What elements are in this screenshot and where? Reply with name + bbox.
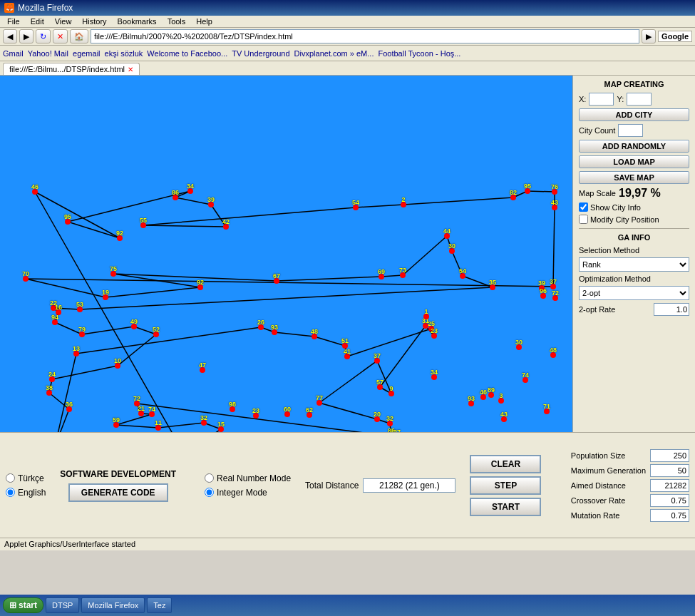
stop-button[interactable]: ✕ [53,29,68,43]
selection-method-select[interactable]: Rank Tournament Roulette [579,257,689,272]
aimed-distance-input[interactable] [650,479,689,492]
menu-file[interactable]: File [3,17,24,26]
menu-edit[interactable]: Edit [26,17,48,26]
city-label: 46 [31,183,38,190]
two-opt-rate-input[interactable] [654,303,689,316]
turkish-label: Türkçe [18,473,44,483]
distance-section: Total Distance [305,478,455,493]
city-label: 93 [271,324,278,331]
y-label: Y: [617,95,624,103]
turkish-radio[interactable] [6,473,15,483]
add-city-button[interactable]: ADD CITY [579,108,689,121]
english-radio[interactable] [6,488,15,497]
aimed-distance-label: Aimed Distance [571,481,626,490]
max-generation-input[interactable] [650,464,689,477]
bookmark-gmail[interactable]: Gmail [3,49,24,58]
tab-dtsp[interactable]: file:///E:/Bilmu.../DTSP/index.html ✕ [3,63,140,75]
menu-help[interactable]: Help [192,17,217,26]
connection-line [158,423,204,428]
optimization-method-row: 2-opt 3-opt None [579,286,689,300]
city-label: 34 [187,183,194,190]
city-count-input[interactable] [618,124,643,137]
population-size-input[interactable] [650,449,689,462]
add-randomly-button[interactable]: ADD RANDOMLY [579,140,689,153]
city-label: 34 [431,369,438,376]
right-panel: MAP CREATING X: Y: ADD CITY City Count A… [572,76,695,432]
city-label: 43 [500,411,508,418]
city-label: 41 [344,348,351,355]
menu-bookmarks[interactable]: Bookmarks [113,17,161,26]
bookmark-yahoo[interactable]: Yahoo! Mail [28,49,68,58]
y-input[interactable] [627,93,652,106]
home-button[interactable]: 🏠 [70,29,88,43]
bookmark-football[interactable]: Football Tycoon - Hoş... [378,49,460,58]
back-button[interactable]: ◀ [3,29,17,43]
connection-line [319,403,377,419]
map-canvas[interactable]: 4692953486394255542829576433770199275676… [0,76,572,432]
total-distance-label: Total Distance [305,481,359,491]
clear-button[interactable]: CLEAR [470,455,541,473]
bookmark-facebook[interactable]: Welcome to Faceboo... [147,49,227,58]
real-number-radio[interactable] [205,473,214,483]
optimization-method-select[interactable]: 2-opt 3-opt None [579,286,689,300]
city-label: 48 [550,346,557,354]
action-buttons: CLEAR STEP START [470,455,541,516]
xy-row: X: Y: [579,93,689,106]
map-scale-row: Map Scale 19,97 % [579,187,689,200]
city-count-row: City Count [579,124,689,137]
bookmark-tvug[interactable]: TV Underground [232,49,289,58]
connection-line [553,207,555,287]
bookmark-divx[interactable]: Divxplanet.com » eM... [294,49,374,58]
city-label: 20 [374,411,381,418]
total-distance-input[interactable] [363,478,455,493]
bookmark-egemail[interactable]: egemail [73,49,101,58]
save-map-button[interactable]: SAVE MAP [579,171,689,184]
city-label: 59 [113,416,120,423]
integer-label: Integer Mode [217,488,267,498]
city-label: 70 [22,270,29,277]
city-label: 76 [551,183,558,190]
menu-tools[interactable]: Tools [163,17,190,26]
aimed-distance-row: Aimed Distance [571,479,689,492]
crossover-rate-input[interactable] [650,494,689,507]
show-city-info-checkbox[interactable] [579,202,588,212]
map-creating-title: MAP CREATING [579,80,689,88]
bottom-area: Türkçe English SOFTWARE DEVELOPMENT GENE… [0,432,695,538]
menu-history[interactable]: History [78,17,110,26]
turkish-radio-row: Türkçe [6,473,46,483]
step-button[interactable]: STEP [470,476,541,495]
city-label: 36 [66,401,73,408]
x-input[interactable] [589,93,614,106]
load-map-button[interactable]: LOAD MAP [579,155,689,168]
city-label: 23 [252,407,259,414]
city-label: 69 [378,268,385,275]
generate-code-button[interactable]: GENERATE CODE [68,483,168,502]
tab-close-icon[interactable]: ✕ [128,66,133,73]
integer-radio[interactable] [205,488,214,497]
menu-view[interactable]: View [51,17,76,26]
connection-line [55,354,76,432]
forward-button[interactable]: ▶ [19,29,34,43]
modify-city-position-checkbox[interactable] [579,215,588,224]
city-label: 94 [51,314,58,321]
bookmark-eksi[interactable]: ekşi sözluk [105,49,143,58]
two-opt-rate-row: 2-opt Rate [579,303,689,316]
two-opt-rate-label: 2-opt Rate [579,305,615,314]
optimization-method-label: Optimization Method [579,274,689,283]
software-dev-section: SOFTWARE DEVELOPMENT GENERATE CODE [60,469,176,502]
address-input[interactable] [91,29,639,43]
city-label: 51 [341,337,349,344]
x-label: X: [579,95,586,103]
start-button[interactable]: START [470,498,541,516]
max-generation-row: Maximum Generation [571,464,689,477]
connection-line [403,236,447,275]
mutation-rate-input[interactable] [650,509,689,522]
integer-radio-row: Integer Mode [205,488,291,498]
city-label: 1 [424,308,428,315]
connection-line [184,429,221,432]
go-button[interactable]: ▶ [642,29,656,43]
refresh-button[interactable]: ↻ [36,29,51,43]
population-size-label: Population Size [571,451,625,460]
search-bar[interactable]: Google [658,31,692,42]
city-label: 30 [515,339,522,346]
